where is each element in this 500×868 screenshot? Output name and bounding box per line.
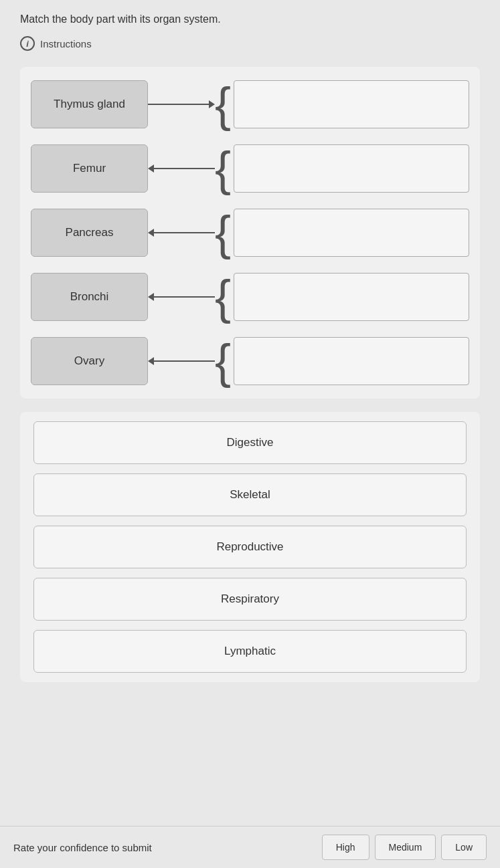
match-row-ovary: Ovary {	[31, 337, 469, 385]
brace-ovary: {	[215, 337, 234, 385]
brace-pancreas: {	[215, 209, 234, 257]
match-row-pancreas: Pancreas {	[31, 209, 469, 257]
brace-bronchi: {	[215, 273, 234, 321]
brace-symbol: {	[215, 337, 231, 385]
answer-box-ovary[interactable]	[234, 337, 469, 385]
brace-symbol: {	[215, 273, 231, 321]
body-part-bronchi[interactable]: Bronchi	[31, 273, 148, 321]
arrow-ovary	[148, 357, 215, 365]
page-container: Match the body part with its organ syste…	[0, 0, 500, 749]
match-row-bronchi: Bronchi {	[31, 273, 469, 321]
answer-box-pancreas[interactable]	[234, 209, 469, 257]
brace-symbol: {	[215, 144, 231, 193]
arrow-left-head	[148, 357, 154, 365]
brace-thymus: {	[215, 80, 234, 128]
answer-box-bronchi[interactable]	[234, 273, 469, 321]
option-skeletal[interactable]: Skeletal	[33, 473, 467, 516]
arrow-bronchi	[148, 293, 215, 301]
brace-femur: {	[215, 144, 234, 193]
low-confidence-button[interactable]: Low	[441, 835, 487, 860]
arrow-pancreas	[148, 229, 215, 237]
option-reproductive[interactable]: Reproductive	[33, 526, 467, 568]
arrow-left-head	[148, 229, 154, 237]
body-part-pancreas[interactable]: Pancreas	[31, 209, 148, 257]
arrow-line	[154, 360, 215, 362]
high-confidence-button[interactable]: High	[322, 835, 369, 860]
arrow-left-head	[148, 165, 154, 173]
bottom-bar: Rate your confidence to submit High Medi…	[0, 826, 500, 868]
match-row-thymus: Thymus gland {	[31, 80, 469, 128]
match-row-femur: Femur {	[31, 144, 469, 193]
answer-box-thymus[interactable]	[234, 80, 469, 128]
arrow-femur	[148, 165, 215, 173]
arrow-right-head	[209, 100, 215, 108]
option-lymphatic[interactable]: Lymphatic	[33, 630, 467, 673]
body-part-thymus[interactable]: Thymus gland	[31, 80, 148, 128]
body-part-femur[interactable]: Femur	[31, 144, 148, 193]
info-icon: i	[20, 36, 35, 51]
arrow-line	[148, 104, 209, 105]
instructions-label: Instructions	[40, 38, 92, 49]
matching-area: Thymus gland { Femur {	[20, 67, 480, 399]
brace-symbol: {	[215, 209, 231, 257]
arrow-line	[154, 232, 215, 233]
brace-symbol: {	[215, 80, 231, 128]
option-digestive[interactable]: Digestive	[33, 421, 467, 464]
medium-confidence-button[interactable]: Medium	[375, 835, 436, 860]
arrow-line	[154, 296, 215, 298]
arrow-line	[154, 168, 215, 169]
confidence-buttons: High Medium Low	[322, 835, 487, 860]
page-title: Match the body part with its organ syste…	[20, 13, 480, 25]
body-part-ovary[interactable]: Ovary	[31, 337, 148, 385]
submit-text: Rate your confidence to submit	[13, 842, 152, 853]
arrow-left-head	[148, 293, 154, 301]
instructions-row: i Instructions	[20, 36, 480, 51]
answer-box-femur[interactable]	[234, 144, 469, 193]
option-respiratory[interactable]: Respiratory	[33, 578, 467, 621]
options-area: Digestive Skeletal Reproductive Respirat…	[20, 412, 480, 682]
arrow-thymus	[148, 100, 215, 108]
